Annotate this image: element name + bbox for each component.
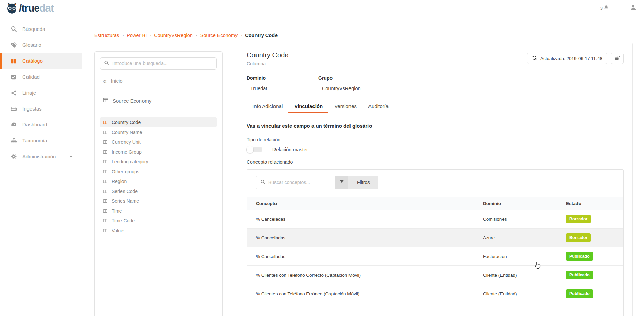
refresh-icon [532,55,537,61]
relation-master-label: Relación master [272,147,308,152]
meta-label-grupo: Grupo [318,75,361,81]
cell-dominio: Azure [483,235,566,240]
tab-vinculacion[interactable]: Vinculación [288,100,328,113]
table-row[interactable]: % Clientes con Teléfono Erróneo (Captaci… [247,284,623,303]
notification-count: 3 [600,6,603,11]
related-concept-label: Concepto relacionado [247,159,624,165]
truedat-logo[interactable]: /truedat [5,2,54,15]
tab-info-adicional[interactable]: Info Adicional [247,100,288,113]
search-icon [104,60,109,67]
cell-concepto: % Canceladas [256,254,483,259]
notifications-button[interactable]: 3 [600,5,609,12]
sidebar-item-taxonomia[interactable]: Taxonomía [0,133,82,149]
tab-auditoria[interactable]: Auditoría [362,100,394,113]
cell-dominio: Cliente (Entidad) [483,291,566,296]
double-chevron-left-icon: « [103,78,107,84]
tree-item-column[interactable]: Country Code [100,117,217,127]
table-row[interactable]: % Canceladas Comisiones Borrador [247,210,623,229]
tree-item-column[interactable]: Region [100,176,217,186]
sidebar-item-linaje[interactable]: Linaje [0,85,82,101]
sidebar-item-dashboard[interactable]: Dashboard [0,117,82,133]
filter-icon-button[interactable] [335,176,348,189]
concepts-panel: Filtros Concepto Dominio Estado % Cancel… [247,169,624,316]
tree-parent-source-economy[interactable]: Source Economy [100,95,217,106]
tree-item-column[interactable]: Time Code [100,216,217,225]
unlock-button[interactable] [611,53,624,64]
cell-concepto: % Clientes con Teléfono Correcto (Captac… [256,273,483,278]
updated-button[interactable]: Actualizada: 2019-06-17 11:48 [527,53,607,64]
unlock-icon [614,55,620,62]
tree-item-column[interactable]: Series Name [100,196,217,206]
status-badge: Publicado [566,289,593,298]
user-icon [630,4,637,12]
cell-concepto: % Clientes con Teléfono Erróneo (Captaci… [256,291,483,296]
tree-item-column[interactable]: Lending category [100,157,217,166]
user-menu-button[interactable] [630,4,637,12]
status-badge: Publicado [566,252,593,261]
cell-dominio: Comisiones [483,217,566,222]
table-header-row: Concepto Dominio Estado [247,197,623,210]
tree-item-column[interactable]: Series Code [100,186,217,196]
meta-label-dominio: Dominio [247,75,300,81]
tab-versiones[interactable]: Versiones [328,100,362,113]
grid-icon [10,58,17,64]
concept-search-input[interactable] [268,180,330,185]
tree-item-column[interactable]: Income Group [100,147,217,157]
meta-value-grupo: CountryVsRegion [318,86,361,91]
structure-tree-panel: « Inicio Source Economy Country Code Cou… [94,51,223,316]
chevron-down-icon [69,155,73,159]
sidebar-item-administracion[interactable]: Administración [0,149,82,164]
page-title: Country Code [247,51,288,59]
sidebar: Búsqueda Glosario Catálogo Calidad Linaj… [0,16,82,316]
gear-icon [10,153,17,160]
bell-icon [603,5,609,12]
check-square-icon [10,74,17,80]
sidebar-item-calidad[interactable]: Calidad [0,69,82,85]
share-icon [10,90,17,96]
funnel-icon [339,179,344,186]
status-badge: Borrador [566,233,591,242]
status-badge: Borrador [566,215,591,223]
owl-logo-icon [5,2,18,15]
status-badge: Publicado [566,271,593,279]
breadcrumb: Estructuras› Power BI› CountryVsRegion› … [94,33,644,38]
table-row[interactable]: % Canceladas Azure Borrador [247,229,623,247]
relation-type-label: Tipo de relación [247,137,624,142]
sidebar-item-catalogo[interactable]: Catálogo [0,53,82,69]
drive-icon [10,105,17,112]
cell-dominio: Cliente (Entidad) [483,273,566,278]
breadcrumb-link[interactable]: CountryVsRegion [154,33,193,38]
sitemap-icon [10,137,17,144]
table-row[interactable]: % Clientes con Teléfono Correcto (Captac… [247,266,623,284]
main-area: Estructuras› Power BI› CountryVsRegion› … [82,16,644,316]
filters-button[interactable]: Filtros [348,176,378,189]
gauge-icon [10,121,17,128]
tree-item-column[interactable]: Time [100,206,217,216]
tree-item-column[interactable]: Other groups [100,166,217,176]
tags-icon [10,42,17,48]
brand-text: /truedat [19,3,54,13]
detail-panel: Country Code Columna Actualizada: 201 [238,43,633,316]
tree-item-column[interactable]: Country Name [100,127,217,137]
divider [100,112,217,112]
concept-search-box[interactable] [256,176,335,189]
sidebar-item-ingestas[interactable]: Ingestas [0,101,82,117]
relation-master-toggle[interactable] [247,147,262,152]
tree-back-link[interactable]: « Inicio [103,78,217,84]
tree-item-column[interactable]: Value [100,225,217,235]
table-row[interactable]: % Canceladas Facturación Publicado [247,247,623,266]
breadcrumb-link[interactable]: Power BI [127,33,147,38]
detail-tabs: Info Adicional Vinculación Versiones Aud… [247,100,624,113]
tree-item-column[interactable]: Currency Unit [100,137,217,147]
column-list: Country Code Country Name Currency Unit … [100,117,217,235]
column-header-dominio: Dominio [483,201,566,206]
sidebar-item-glosario[interactable]: Glosario [0,37,82,53]
link-section-heading: Vas a vincular este campo a un término d… [247,123,624,129]
sidebar-item-busqueda[interactable]: Búsqueda [0,21,82,37]
tree-search-box[interactable] [100,57,217,70]
divider [100,90,217,90]
tree-search-input[interactable] [112,61,213,66]
search-icon [10,26,17,33]
breadcrumb-link[interactable]: Source Economy [200,33,238,38]
breadcrumb-link[interactable]: Estructuras [94,33,119,38]
